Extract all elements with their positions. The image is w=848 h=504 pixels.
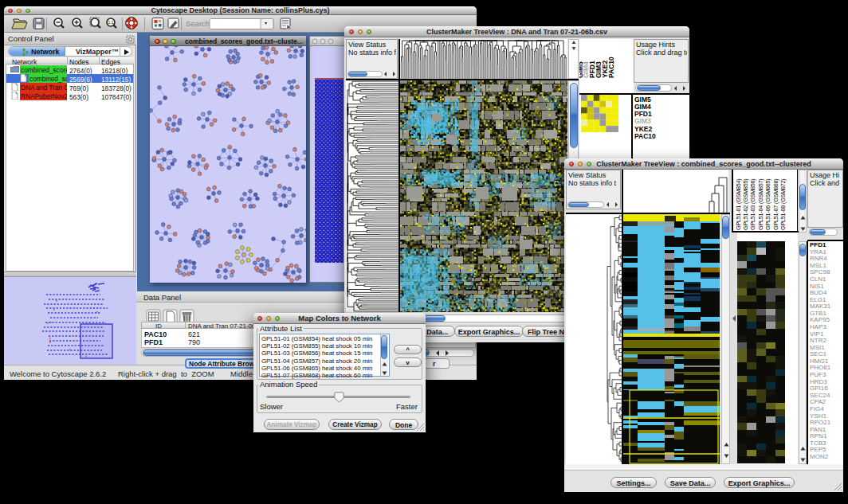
svg-text:Search:: Search: <box>186 19 212 28</box>
svg-text:GPL51-04 (GSM857): GPL51-04 (GSM857) <box>757 178 764 230</box>
svg-text:1:1: 1:1 <box>108 20 114 25</box>
svg-text:GPL51-03 (GSM856): GPL51-03 (GSM856) <box>749 178 756 230</box>
svg-text:GPL51-08 (GSM872): GPL51-08 (GSM872) <box>779 178 787 230</box>
svg-text:GPL51-06 (GSM865): GPL51-06 (GSM865) <box>764 178 771 230</box>
svg-text:MON2: MON2 <box>810 453 829 460</box>
svg-text:PAC10: PAC10 <box>607 57 615 78</box>
svg-text:GPL51-01 (GSM854): GPL51-01 (GSM854) <box>735 178 742 230</box>
svg-text:GPL51-02 (GSM855): GPL51-02 (GSM855) <box>742 178 749 230</box>
svg-text:GPL51-07 (GSM868): GPL51-07 (GSM868) <box>772 178 779 230</box>
